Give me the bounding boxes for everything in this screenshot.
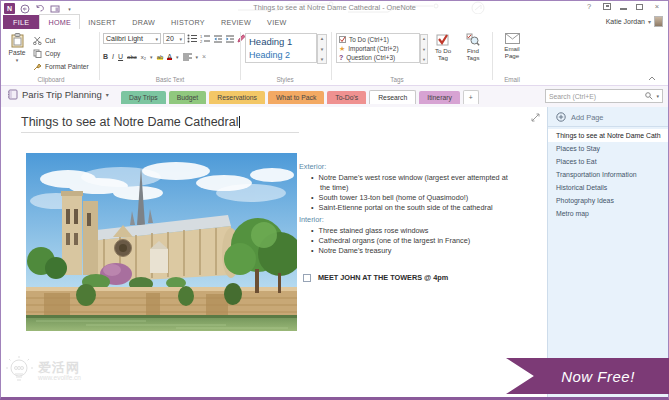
font-size-select[interactable]: 20 ▾ — [163, 33, 185, 44]
chevron-down-icon: ▾ — [155, 36, 158, 42]
page-canvas[interactable]: Things to see at Notre Dame Cathedral — [1, 107, 547, 397]
group-divider — [331, 32, 332, 80]
font-name-select[interactable]: Calibri Light ▾ — [103, 33, 161, 44]
cut-button[interactable]: Cut — [33, 35, 89, 45]
page-bullet-item[interactable]: Notre Dame's treasury — [311, 246, 517, 256]
notes-column[interactable]: Exterior: Notre Dame's west rose window … — [299, 162, 523, 283]
section-tab-itinerary[interactable]: Itinerary — [419, 91, 460, 104]
subscript-button[interactable]: x₂ — [141, 54, 146, 60]
undo-icon[interactable] — [34, 4, 45, 14]
page-row[interactable]: Transportation Information — [548, 168, 668, 181]
more-styles-icon[interactable]: ▼ — [320, 57, 324, 62]
page-row[interactable]: Historical Details — [548, 181, 668, 194]
bullet-list-icon[interactable] — [187, 34, 198, 43]
banner-text: Now Free! — [561, 368, 635, 385]
exterior-heading: Exterior: — [299, 162, 523, 172]
todo-text[interactable]: MEET JOHN AT THE TOWERS @ 4pm — [318, 273, 448, 283]
todo-checkbox[interactable] — [303, 274, 311, 282]
page-bullet-item[interactable]: Notre Dame's west rose window (largest e… — [311, 173, 517, 193]
styles-group-label: Styles — [243, 76, 327, 83]
tab-home[interactable]: HOME — [39, 14, 80, 29]
bold-button[interactable]: B — [103, 53, 108, 60]
add-page-button[interactable]: Add Page — [548, 107, 668, 127]
tab-history[interactable]: HISTORY — [163, 15, 213, 29]
search-input[interactable]: Search (Ctrl+E) ▾ — [545, 89, 663, 103]
envelope-icon — [505, 33, 520, 44]
email-page-button[interactable]: Email Page — [499, 33, 525, 59]
scroll-down-icon[interactable]: ▼ — [422, 47, 426, 52]
copy-label: Copy — [45, 50, 60, 57]
font-color-button[interactable]: A — [167, 53, 172, 60]
plus-circle-icon — [556, 112, 566, 122]
back-icon[interactable] — [19, 4, 30, 14]
page-title[interactable]: Things to see at Notre Dame Cathedral — [21, 115, 299, 133]
customize-qat-icon[interactable]: ▾ — [64, 4, 75, 14]
section-tab-reservations[interactable]: Reservations — [209, 91, 265, 104]
notre-dame-photo[interactable] — [26, 153, 297, 331]
more-tags-icon[interactable]: ▼ — [422, 57, 426, 62]
dock-to-desktop-icon[interactable] — [49, 4, 60, 14]
account-menu[interactable]: Katie Jordan ▾ — [606, 16, 663, 27]
page-bullet-item[interactable]: Saint-Etienne portal on the south side o… — [311, 203, 517, 213]
page-bullet-item[interactable]: Three stained glass rose windows — [311, 226, 517, 236]
section-tab-todos[interactable]: To-Do's — [327, 91, 366, 104]
increase-indent-icon[interactable] — [225, 35, 235, 43]
minimize-icon[interactable] — [620, 4, 627, 10]
help-icon[interactable]: ? — [584, 2, 594, 11]
strikethrough-button[interactable]: abc — [127, 54, 137, 60]
style-heading2[interactable]: Heading 2 — [249, 49, 313, 62]
tags-scroll[interactable]: ▲ ▼ ▼ — [420, 34, 428, 64]
page-row[interactable]: Places to Eat — [548, 155, 668, 168]
add-section-button[interactable]: + — [463, 90, 479, 104]
page-row[interactable]: Places to Stay — [548, 142, 668, 155]
paragraph-alignment-icon[interactable] — [183, 53, 192, 61]
copy-button[interactable]: Copy — [33, 48, 89, 58]
text-highlight-color-button[interactable]: ab — [157, 54, 164, 60]
text-cursor — [239, 116, 240, 128]
tab-file[interactable]: FILE — [3, 15, 39, 29]
section-tab-research[interactable]: Research — [369, 90, 416, 104]
tag-question[interactable]: ? Question (Ctrl+3) — [339, 53, 417, 62]
full-page-view-icon[interactable] — [531, 113, 540, 122]
find-tags-button[interactable]: Find Tags — [462, 33, 484, 61]
collapse-ribbon-icon[interactable] — [648, 76, 656, 81]
section-tab-what-to-pack[interactable]: What to Pack — [268, 91, 324, 104]
scroll-up-icon[interactable]: ▲ — [422, 36, 426, 41]
underline-button[interactable]: U — [118, 53, 123, 60]
italic-button[interactable]: I — [112, 53, 114, 60]
page-bullet-item[interactable]: Cathedral organs (one of the largest in … — [311, 236, 517, 246]
tab-review[interactable]: REVIEW — [213, 15, 259, 29]
page-row[interactable]: Things to see at Notre Dame Cath — [548, 129, 668, 142]
section-tab-budget[interactable]: Budget — [169, 91, 207, 104]
tab-draw[interactable]: DRAW — [124, 15, 163, 29]
section-tabs: Day Trips Budget Reservations What to Pa… — [121, 90, 479, 104]
format-painter-button[interactable]: Format Painter — [33, 61, 89, 71]
ribbon-display-options-icon[interactable] — [603, 3, 611, 10]
numbered-list-icon[interactable]: 12 — [200, 34, 211, 43]
decrease-indent-icon[interactable] — [213, 35, 223, 43]
tag-todo[interactable]: To Do (Ctrl+1) — [339, 35, 417, 44]
scroll-down-icon[interactable]: ▼ — [320, 47, 324, 52]
onenote-logo-icon[interactable]: N — [4, 3, 15, 14]
tab-view[interactable]: VIEW — [259, 15, 295, 29]
tag-important[interactable]: ★ Important (Ctrl+2) — [339, 44, 417, 53]
page-row[interactable]: Metro map — [548, 207, 668, 220]
notebook-dropdown[interactable]: Paris Trip Planning ▾ — [7, 89, 109, 100]
email-group: Email Page Email — [494, 31, 530, 85]
chevron-down-icon: ▾ — [176, 54, 179, 60]
style-heading1[interactable]: Heading 1 — [249, 35, 313, 49]
page-row[interactable]: Photography Ideas — [548, 194, 668, 207]
scroll-up-icon[interactable]: ▲ — [320, 36, 324, 41]
chevron-down-icon: ▾ — [106, 91, 109, 98]
clear-formatting-button[interactable]: × — [202, 53, 206, 60]
todo-line: MEET JOHN AT THE TOWERS @ 4pm — [303, 273, 523, 283]
chevron-down-icon[interactable]: ▾ — [656, 93, 659, 99]
styles-scroll[interactable]: ▲ ▼ ▼ — [317, 34, 327, 64]
section-tab-day-trips[interactable]: Day Trips — [121, 91, 166, 104]
todo-tag-button[interactable]: To Do Tag — [432, 33, 454, 61]
page-bullet-item[interactable]: South tower 13-ton bell (home of Quasimo… — [311, 193, 517, 203]
maximize-icon[interactable] — [636, 4, 643, 10]
tab-insert[interactable]: INSERT — [80, 15, 124, 29]
paste-button[interactable]: Paste ▾ — [5, 33, 29, 63]
close-icon[interactable]: × — [652, 2, 662, 11]
